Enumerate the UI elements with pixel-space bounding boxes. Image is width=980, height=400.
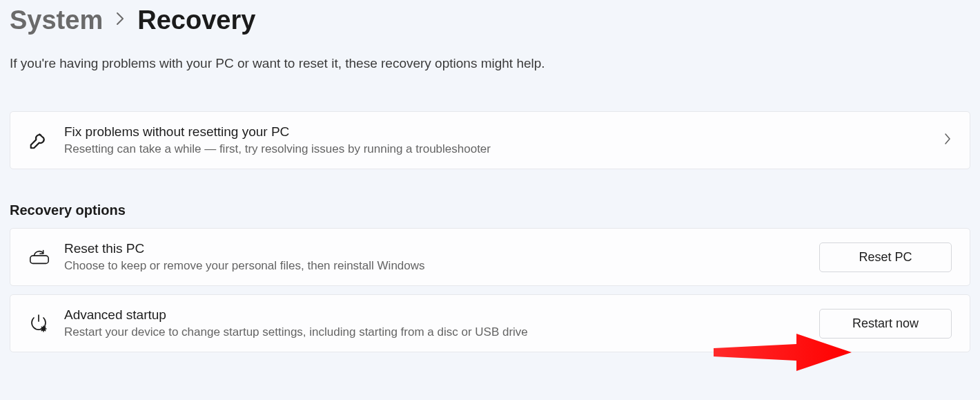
fix-problems-title: Fix problems without resetting your PC xyxy=(64,124,932,140)
breadcrumb: System Recovery xyxy=(10,6,970,35)
advanced-startup-title: Advanced startup xyxy=(64,307,808,323)
wrench-icon xyxy=(28,130,64,151)
reset-pc-panel: Reset this PC Choose to keep or remove y… xyxy=(10,228,970,286)
chevron-right-icon xyxy=(115,11,125,30)
recovery-options-header: Recovery options xyxy=(10,202,970,218)
fix-problems-panel[interactable]: Fix problems without resetting your PC R… xyxy=(10,111,970,169)
power-gear-icon xyxy=(28,313,64,334)
reset-pc-desc: Choose to keep or remove your personal f… xyxy=(64,259,808,273)
reset-pc-button[interactable]: Reset PC xyxy=(819,242,952,272)
chevron-right-icon xyxy=(932,132,952,149)
reset-icon xyxy=(28,247,64,267)
intro-text: If you're having problems with your PC o… xyxy=(10,56,970,71)
advanced-startup-panel: Advanced startup Restart your device to … xyxy=(10,294,970,352)
breadcrumb-parent[interactable]: System xyxy=(10,6,103,35)
svg-rect-0 xyxy=(30,256,48,263)
reset-pc-title: Reset this PC xyxy=(64,241,808,256)
restart-now-button[interactable]: Restart now xyxy=(819,309,952,339)
fix-problems-desc: Resetting can take a while — first, try … xyxy=(64,142,932,156)
page-title: Recovery xyxy=(137,6,255,35)
advanced-startup-desc: Restart your device to change startup se… xyxy=(64,325,808,339)
